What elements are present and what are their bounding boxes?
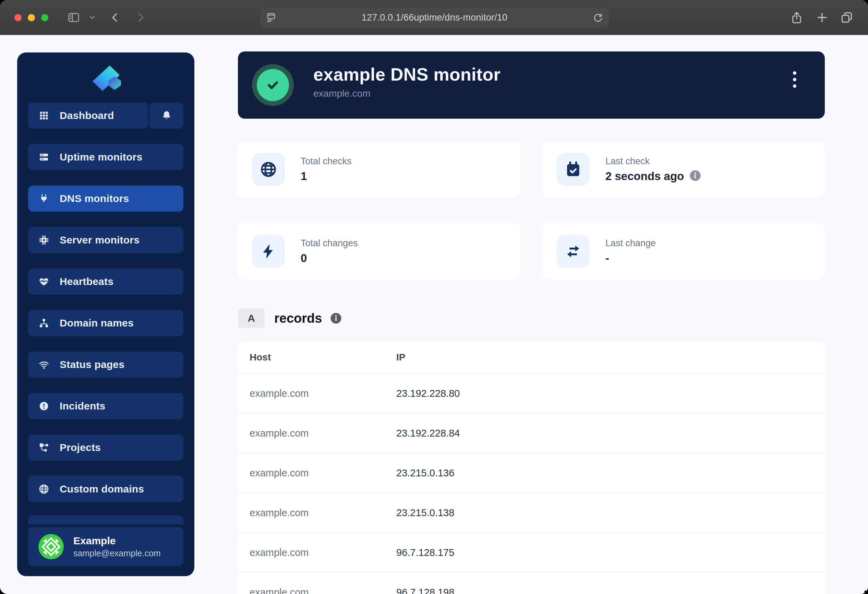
zoom-window-button[interactable] [41,14,48,21]
host-cell: example.com [249,587,396,594]
page-content: Dashboard Uptime monitors DNS monitors [0,35,868,594]
sidebar-item-label: Heartbeats [60,276,114,287]
table-row: example.com 23.215.0.138 [238,493,825,533]
sidebar-item-label: Domain names [60,317,134,329]
info-icon[interactable] [330,312,342,324]
sidebar-item-label: Server monitors [60,234,140,246]
ip-cell: 23.215.0.138 [396,507,813,519]
sidebar-item-heartbeats[interactable]: Heartbeats [28,269,183,295]
sidebar-item-label: Incidents [60,400,106,412]
ip-cell: 23.192.228.80 [396,388,813,399]
table-row: example.com 96.7.128.198 [238,573,825,594]
sidebar-item-dashboard[interactable]: Dashboard [28,102,148,129]
browser-window: 127.0.0.1/66uptime/dns-monitor/10 [0,0,868,594]
sidebar-item-label: Dashboard [60,110,114,121]
stat-value: 2 seconds ago [605,169,684,183]
ip-cell: 23.215.0.136 [396,467,813,479]
stat-card-last-check: Last check 2 seconds ago [543,141,824,198]
sidebar-item-custom-domains[interactable]: Custom domains [28,476,183,502]
monitor-header-card: example DNS monitor example.com [238,52,825,119]
arrows-right-left-icon [557,235,590,268]
host-cell: example.com [249,467,396,479]
avatar [38,534,64,559]
sidebar-item-status-pages[interactable]: Status pages [28,352,183,378]
stat-card-total-changes: Total changes 0 [238,223,520,280]
profile-email: sample@example.com [73,548,161,559]
ip-cell: 96.7.128.175 [396,547,813,559]
page-settings-icon[interactable] [266,12,277,23]
clipped-sidebar-item [28,515,183,525]
monitor-menu-button[interactable] [787,69,802,90]
url-text: 127.0.0.1/66uptime/dns-monitor/10 [362,12,507,23]
share-nodes-icon [38,442,49,453]
column-header-ip: IP [396,352,813,363]
sidebar-item-label: DNS monitors [60,193,129,204]
sidebar-item-incidents[interactable]: Incidents [28,393,183,419]
microchip-icon [38,235,49,245]
minimize-window-button[interactable] [28,14,35,21]
new-tab-icon[interactable] [815,10,829,24]
stat-label: Total changes [301,237,358,249]
tab-overview-icon[interactable] [840,10,853,24]
stat-card-last-change: Last change - [543,223,824,280]
calendar-check-icon [557,153,590,186]
bolt-icon [252,235,285,268]
sidebar-item-uptime-monitors[interactable]: Uptime monitors [28,144,183,170]
reload-icon[interactable] [592,12,603,23]
sidebar-item-domain-names[interactable]: Domain names [28,310,183,336]
bell-icon [161,110,173,121]
sidebar-item-server-monitors[interactable]: Server monitors [28,227,183,253]
sidebar-toggle-icon[interactable] [67,11,80,24]
app-logo[interactable] [90,65,122,93]
forward-button[interactable] [134,11,147,24]
table-row: example.com 23.215.0.136 [238,454,825,493]
column-header-host: Host [249,352,396,363]
close-window-button[interactable] [15,14,22,21]
host-cell: example.com [249,507,396,519]
screenshot-artifact [865,591,868,594]
host-cell: example.com [249,388,396,399]
sitemap-icon [38,318,49,328]
sidebar-item-label: Custom domains [60,483,144,495]
sidebar-nav: Dashboard Uptime monitors DNS monitors [28,102,183,502]
browser-chrome: 127.0.0.1/66uptime/dns-monitor/10 [0,0,868,35]
records-title: records [274,311,322,326]
sidebar: Dashboard Uptime monitors DNS monitors [17,52,194,576]
table-header-row: Host IP [238,341,825,374]
back-button[interactable] [109,11,121,24]
stat-value: - [605,251,609,266]
stat-label: Last check [605,155,701,167]
sidebar-item-label: Status pages [60,359,124,370]
plug-icon [38,193,49,204]
monitor-subtitle: example.com [313,88,500,99]
sidebar-item-label: Projects [60,442,101,454]
host-cell: example.com [249,547,396,559]
globe-icon [252,153,285,186]
records-section-header: A records [238,308,342,328]
profile-name: Example [73,535,161,547]
stat-value: 1 [301,169,307,183]
sidebar-item-dns-monitors[interactable]: DNS monitors [28,186,183,211]
heart-pulse-icon [38,276,49,287]
server-stack-icon [38,152,49,163]
wifi-icon [38,359,49,370]
dashboard-row: Dashboard [28,102,183,129]
table-row: example.com 23.192.228.80 [238,374,825,414]
info-icon[interactable] [689,170,701,183]
stat-label: Last change [605,237,656,249]
monitor-title: example DNS monitor [313,64,500,85]
ip-cell: 23.192.228.84 [396,428,813,439]
share-icon[interactable] [790,10,803,24]
address-bar[interactable]: 127.0.0.1/66uptime/dns-monitor/10 [260,7,609,28]
circle-exclamation-icon [38,400,49,412]
stat-value: 0 [301,251,307,266]
profile-card[interactable]: Example sample@example.com [28,527,183,566]
sidebar-item-label: Uptime monitors [60,151,142,163]
table-row: example.com 23.192.228.84 [238,414,825,454]
notifications-button[interactable] [149,102,183,129]
globe-icon [38,483,49,495]
stat-card-total-checks: Total checks 1 [238,141,520,198]
chevron-down-icon[interactable] [89,14,96,21]
sidebar-item-projects[interactable]: Projects [28,434,183,461]
grid-icon [38,110,49,121]
